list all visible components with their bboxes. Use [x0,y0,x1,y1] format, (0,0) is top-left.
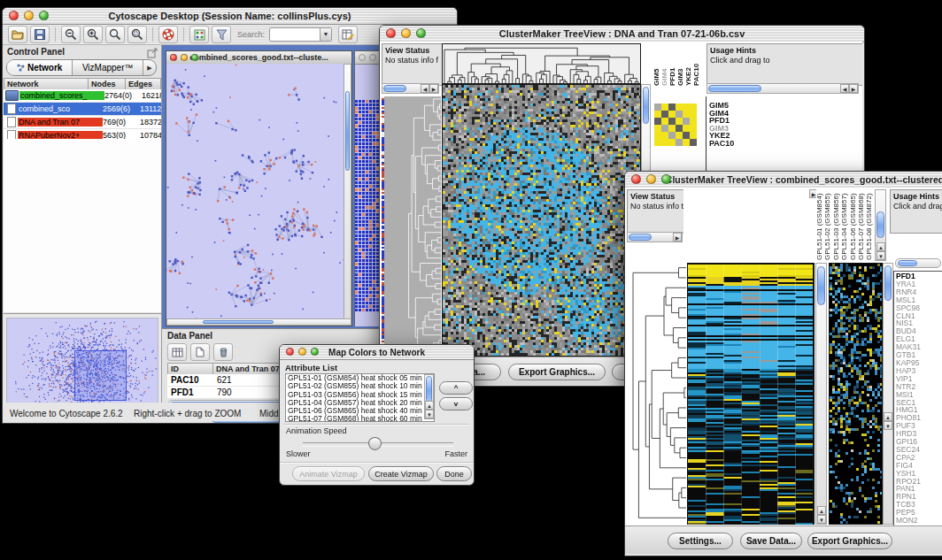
export-graphics-button[interactable]: Export Graphics... [807,533,892,549]
close-button[interactable] [359,54,366,61]
close-button[interactable] [9,11,19,20]
network-vertical-scrollbar[interactable] [344,64,351,320]
save-session-icon[interactable] [30,26,50,43]
tv1-left-hscrollbar[interactable]: ◀▶ [382,83,439,94]
zoom-button[interactable] [311,348,319,356]
move-down-button[interactable]: v [439,397,473,410]
minimize-button[interactable] [646,174,656,184]
network-table-row[interactable]: combined_scores_2764(0)16218(0) [4,89,161,103]
correlation-matrix-canvas[interactable] [654,104,697,146]
export-graphics-button[interactable]: Export Graphics... [508,364,606,380]
treeview2-titlebar[interactable]: ClusterMaker TreeView : combined_scores_… [625,172,942,188]
column-header-network[interactable]: Network [4,78,89,90]
settings-button[interactable]: Settings... [668,533,733,549]
scrollbar-thumb[interactable] [708,85,761,92]
heatmap-global-canvas[interactable] [687,263,814,525]
scrollbar-thumb[interactable] [203,320,274,324]
zoom-selected-icon[interactable] [127,26,147,43]
heatmap-zoom-canvas[interactable] [829,263,883,525]
tv1-genes-hscrollbar[interactable]: ◀▶ [706,83,859,94]
main-titlebar[interactable]: Cytoscape Desktop (Session Name: collins… [3,8,457,25]
array-dendrogram-canvas[interactable] [442,43,641,84]
annotation-icon[interactable] [189,26,209,43]
tab-vizmapper[interactable]: VizMapper™ [73,60,143,75]
zoom-button[interactable] [39,11,49,20]
tv2-heatmap-vscrollbar[interactable]: ▲▼ [815,263,827,525]
attribute-list-item[interactable]: GPL51-04 (GSM857) heat shock 20 min [286,399,434,407]
zoom-button[interactable] [416,28,426,38]
scrollbar-thumb[interactable] [884,265,892,301]
scrollbar-thumb[interactable] [817,266,825,305]
help-lifesaver-icon[interactable] [158,26,178,43]
search-combobox[interactable]: ▼ [269,27,332,42]
attribute-select-icon[interactable] [167,343,187,361]
attribute-list-item[interactable]: GPL51-06 (GSM865) heat shock 40 min [286,407,434,415]
minimize-button[interactable] [181,54,188,61]
close-button[interactable] [386,28,396,38]
scrollbar-thumb[interactable] [345,91,350,171]
gene-dendrogram-canvas[interactable] [382,96,441,353]
attribute-list-item[interactable]: GPL51-02 (GSM855) heat shock 10 min [286,382,434,390]
zoom-button[interactable] [191,54,198,61]
tab-network[interactable]: Network [7,60,73,75]
tv2-labels-vscrollbar[interactable]: ▲▼ [875,189,886,261]
treeview1-titlebar[interactable]: ClusterMaker TreeView : DNA and Tran 07-… [380,26,864,42]
zoom-button[interactable] [661,174,671,184]
column-header-nodes[interactable]: Nodes [89,78,126,90]
network-canvas[interactable] [166,64,344,320]
save-data-button[interactable]: Save Data... [740,533,802,549]
scrollbar-thumb[interactable] [898,260,917,266]
column-header-edges[interactable]: Edges [126,78,161,90]
zoom-fit-icon[interactable] [105,26,125,43]
close-button[interactable] [631,174,641,184]
tv1-gene-item[interactable]: PAC10 [709,140,734,148]
search-dropdown-icon[interactable]: ▼ [320,28,331,41]
network-horizontal-scrollbar[interactable] [166,318,351,326]
attribute-list-item[interactable]: GPL51-01 (GSM854) heat shock 05 min [286,374,434,382]
gene-dendrogram-canvas[interactable] [627,263,686,523]
attribute-listbox[interactable]: GPL51-01 (GSM854) heat shock 05 minGPL51… [285,373,435,422]
attribute-list-scrollbar[interactable]: ▲▼ [424,374,434,419]
scrollbar-thumb[interactable] [629,234,652,241]
attribute-table-icon[interactable] [338,26,358,43]
tab-overflow-arrow[interactable]: ▶ [143,60,156,75]
move-up-button[interactable]: ^ [439,381,473,395]
tv2-array-tree-area[interactable] [683,189,813,261]
animate-vizmap-button[interactable]: Animate Vizmap [292,466,365,481]
attribute-list-item[interactable]: GPL51-03 (GSM856) heat shock 15 min [286,391,434,399]
network-table-row[interactable]: combined_sco2569(6)13112(15) [4,103,161,116]
delete-attribute-icon[interactable] [213,343,233,361]
heatmap-global-canvas[interactable] [442,84,641,357]
network-view-titlebar[interactable]: combined_scores_good.txt--cluste... [166,51,351,65]
zoom-out-icon[interactable] [61,26,81,43]
tv2-left-hscrollbar[interactable]: ▶ [627,232,683,242]
vizmapper-icon[interactable] [212,26,231,43]
open-session-icon[interactable] [8,26,27,43]
tv2-genes-hscrollbar[interactable] [895,258,941,268]
column-header-id[interactable]: ID [167,363,213,375]
minimize-button[interactable] [298,348,306,356]
new-attribute-icon[interactable] [190,343,210,361]
network-table-row[interactable]: DNA and Tran 07769(0)183728(0) [4,116,161,129]
scrollbar-thumb[interactable] [383,85,406,92]
minimize-button[interactable] [24,11,34,20]
scrollbar-thumb[interactable] [643,87,649,124]
scrollbar-thumb[interactable] [426,376,432,403]
status-hint-zoom: Right-click + drag to ZOOM [134,409,241,418]
close-button[interactable] [170,54,177,61]
minimize-button[interactable] [369,54,376,61]
dialog-titlebar[interactable]: Map Colors to Network [280,345,474,360]
tv1-column-labels: GIM5GIM4PFD1GIM3YKE2PAC10 [653,43,703,86]
control-panel: Control Panel Network VizMapper™ ▶ Netwo… [3,45,162,419]
tv2-zoom-vscrollbar[interactable]: ▲▼ [883,263,893,525]
tv2-gene-item[interactable]: MON2 [896,517,921,525]
done-button[interactable]: Done [436,466,472,481]
minimize-button[interactable] [401,28,411,38]
zoom-in-icon[interactable] [83,26,103,43]
speed-slider-thumb[interactable] [368,437,382,450]
attribute-list-item[interactable]: GPL51-07 (GSM868) heat shock 60 min [286,415,434,422]
create-vizmap-button[interactable]: Create Vizmap [368,466,434,481]
search-input[interactable] [270,29,320,40]
scrollbar-thumb[interactable] [876,211,884,238]
close-button[interactable] [286,348,294,356]
